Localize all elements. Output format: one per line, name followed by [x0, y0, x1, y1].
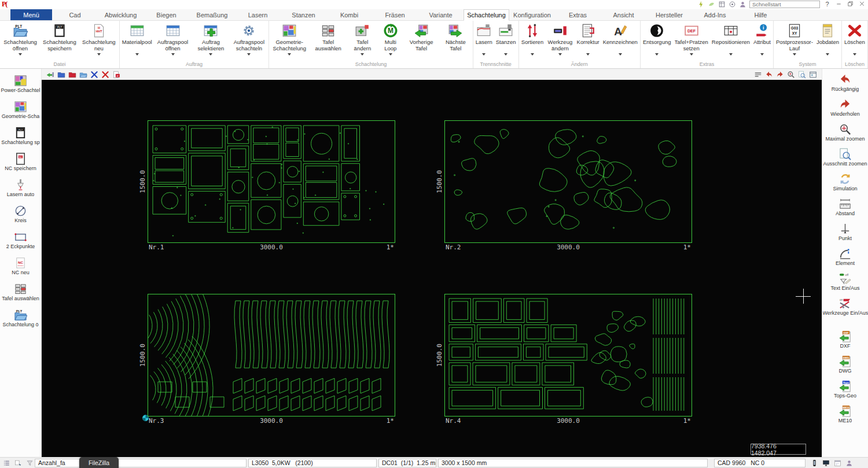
sidebar-item-werkzeuge-ein-aus[interactable]: onWerkzeuge Ein/Aus — [822, 297, 868, 320]
sidebar-item-nc-speichern[interactable]: NCNC speichern — [0, 152, 41, 176]
ribbon-button-vorherige-tafel[interactable]: Vorherige Tafel — [403, 22, 439, 56]
dropdown-arrow-icon[interactable] — [853, 53, 856, 56]
sidebar-item-schachtelung-sp[interactable]: PLTSchachtelung sp — [0, 126, 41, 150]
dropdown-arrow-icon[interactable] — [97, 53, 101, 56]
ribbon-button-sortieren[interactable]: Sortieren — [520, 22, 546, 56]
sidebar-item-dxf[interactable]: DXFDXF — [822, 330, 868, 353]
cross-blue-icon[interactable] — [90, 71, 98, 79]
ribbon-button-jobdaten[interactable]: Jobdaten — [815, 22, 841, 56]
dropdown-arrow-icon[interactable] — [19, 53, 22, 56]
dropdown-arrow-icon[interactable] — [504, 53, 507, 56]
sidebar-item-kreis[interactable]: Kreis — [0, 204, 41, 229]
help-button[interactable]: ? — [823, 1, 832, 8]
filter-small-icon[interactable] — [26, 459, 34, 467]
ribbon-button-multi-loop[interactable]: MMulti Loop — [377, 22, 403, 56]
ribbon-button-tafel-ausw-hlen[interactable]: Tafel auswählen — [309, 22, 347, 56]
tab-cad[interactable]: Cad — [52, 9, 98, 20]
sidebar-item-2-eckpunkte[interactable]: 2 Eckpunkte — [0, 230, 41, 255]
restore-button[interactable] — [846, 1, 855, 8]
folder-open-blue-icon[interactable] — [79, 71, 87, 79]
tab-add-ins[interactable]: Add-Ins — [692, 9, 738, 20]
undo-icon[interactable] — [765, 71, 773, 79]
ribbon-button-kennzeichnen[interactable]: AKennzeichnen — [601, 22, 639, 56]
ribbon-button-korrektur[interactable]: Korrektur — [575, 22, 601, 56]
dropdown-arrow-icon[interactable] — [826, 53, 829, 56]
close-button[interactable] — [858, 1, 866, 8]
dropdown-arrow-icon[interactable] — [288, 53, 291, 56]
sidebar-item-simulation[interactable]: Simulation — [822, 172, 868, 196]
tab-extras[interactable]: Extras — [555, 9, 601, 20]
sidebar-item-me10[interactable]: ME10ME10 — [822, 404, 868, 428]
ribbon-button-materialpool[interactable]: Materialpool — [120, 22, 154, 56]
tab-abwicklung[interactable]: Abwicklung — [98, 9, 144, 20]
ribbon-button-l-schen[interactable]: Löschen — [843, 22, 867, 56]
sidebar-item-wiederholen[interactable]: Wiederholen — [822, 98, 868, 121]
ribbon-button-stanzen[interactable]: Stanzen — [494, 22, 518, 56]
ribbon-button-entsorgung[interactable]: Entsorgung — [641, 22, 673, 56]
nesting-sheet-panel-1[interactable]: Nr.13000.01*1500.0 — [148, 120, 395, 243]
ribbon-button-geometrie-schachtelung[interactable]: Geometrie-Schachtelung — [270, 22, 309, 56]
list-small-icon[interactable] — [3, 459, 10, 467]
nesting-sheet-panel-2[interactable]: Nr.23000.01*1500.0 — [444, 120, 692, 243]
tab-kombi[interactable]: Kombi — [326, 9, 372, 20]
ribbon-button-schachtelung-ffnen[interactable]: PLTSchachtelung öffnen — [1, 22, 40, 56]
ribbon-button-werkzeug-ndern[interactable]: Werkzeug ändern — [545, 22, 575, 56]
nesting-sheet-panel-4[interactable]: Nr.43000.01*1500.0 — [444, 294, 692, 417]
ribbon-button-auftrag-selektieren[interactable]: Auftrag selektieren — [192, 22, 230, 56]
leaf-icon[interactable] — [708, 1, 715, 8]
sidebar-item-nc-neu[interactable]: NCNC neu — [0, 256, 41, 281]
nesting-sheet-panel-3[interactable]: Nr.33000.01*1500.0 — [148, 294, 395, 417]
ribbon-button-lasern[interactable]: Lasern — [474, 22, 494, 56]
ribbon-button-auftragspool-schachteln[interactable]: Auftragspool schachteln — [230, 22, 268, 56]
phone-small-icon[interactable] — [811, 459, 818, 467]
tab-fr-sen[interactable]: Fräsen — [372, 9, 418, 20]
tab-konfiguration[interactable]: Konfiguration — [509, 9, 555, 20]
tab-stanzen[interactable]: Stanzen — [281, 9, 326, 20]
dropdown-arrow-icon[interactable] — [361, 53, 364, 56]
dropdown-arrow-icon[interactable] — [586, 53, 590, 56]
folder-red-icon[interactable] — [68, 71, 76, 79]
bolt-icon[interactable] — [697, 1, 705, 8]
layer-lines-icon[interactable] — [754, 71, 762, 79]
sidebar-item-geometrie-scha[interactable]: Geometrie-Scha — [0, 100, 41, 124]
dropdown-arrow-icon[interactable] — [793, 53, 796, 56]
user-sil-icon[interactable] — [845, 459, 853, 467]
tab-ansicht[interactable]: Ansicht — [601, 9, 646, 20]
sidebar-item-abstand[interactable]: Abstand — [822, 197, 868, 221]
tab-biegen[interactable]: Biegen — [144, 9, 189, 20]
doc-delete-icon[interactable]: P — [112, 71, 120, 79]
tab-lasern[interactable]: Lasern — [235, 9, 281, 20]
tab-hersteller[interactable]: Hersteller — [646, 9, 692, 20]
dropdown-arrow-icon[interactable] — [389, 53, 392, 56]
ribbon-button-postprozessor-lauf[interactable]: G03XYPostprozessor-Lauf — [774, 22, 815, 56]
monitor-small-icon[interactable] — [822, 459, 830, 467]
sidebar-item-r-ckg-ngig[interactable]: Rückgängig — [822, 73, 868, 97]
sidebar-item-tafel-ausw-hlen[interactable]: Tafel auswählen — [0, 282, 41, 307]
export-small-icon[interactable] — [14, 459, 22, 467]
zoom-plus-icon[interactable] — [787, 71, 795, 79]
ribbon-button-repositionieren[interactable]: Repositionieren — [710, 22, 752, 56]
dropdown-arrow-icon[interactable] — [531, 53, 534, 56]
redo-icon[interactable] — [776, 71, 784, 79]
ribbon-button-tafel-ndern[interactable]: Tafel ändern — [347, 22, 377, 56]
zoom-area-icon[interactable] — [798, 71, 806, 79]
ribbon-button-tafel-pratzen-setzen[interactable]: DEFTafel+Pratzen setzen — [673, 22, 710, 56]
user-icon[interactable] — [739, 1, 746, 8]
sidebar-item-power-schachtel[interactable]: Power-Schachtel — [0, 74, 41, 98]
ribbon-button-attribut[interactable]: iAttribut — [752, 22, 773, 56]
dropdown-arrow-icon[interactable] — [760, 53, 764, 56]
sidebar-item-lasern-auto[interactable]: Lasern auto — [0, 178, 41, 202]
sidebar-item-tops-geo[interactable]: TopsTops-Geo — [822, 379, 868, 403]
minimize-button[interactable] — [834, 1, 843, 8]
tab-hilfe[interactable]: Hilfe — [738, 9, 784, 20]
sidebar-item-schachtelung[interactable]: PLTSchachtelung ö — [0, 308, 41, 333]
dropdown-arrow-icon[interactable] — [209, 53, 212, 56]
dropdown-arrow-icon[interactable] — [558, 53, 562, 56]
menu-button[interactable]: Menü — [10, 9, 52, 20]
sidebar-item-text-ein-aus[interactable]: offText Ein/Aus — [822, 272, 868, 296]
sidebar-item-ausschnitt-zoomen[interactable]: Ausschnitt zoomen — [822, 148, 868, 171]
tab-bema-ung[interactable]: Bemaßung — [189, 9, 235, 20]
ribbon-button-schachtelung-neu[interactable]: HHHTSchachtelung neu — [79, 22, 119, 56]
drawing-canvas[interactable]: 7938.476 1482.047 Nr.13000.01*1500.0Nr.2… — [42, 80, 822, 457]
ribbon-button-schachtelung-speichern[interactable]: PLTSchachtelung speichern — [40, 22, 79, 56]
